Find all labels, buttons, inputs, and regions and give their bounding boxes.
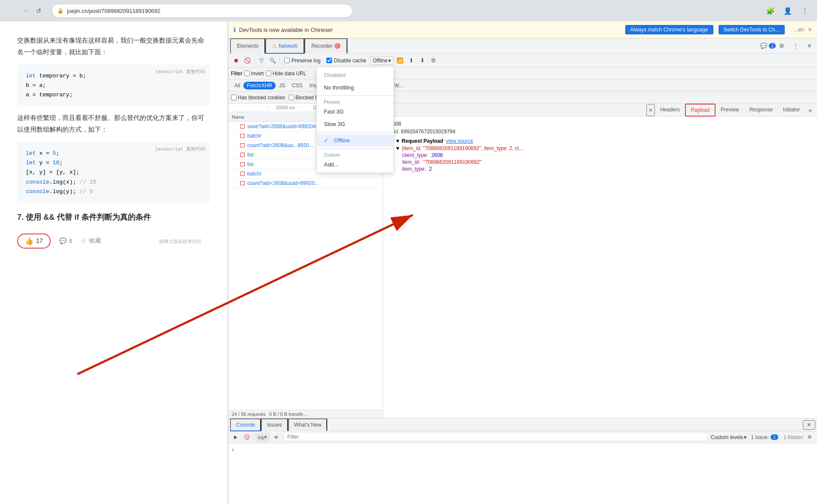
chat-icon-button[interactable]: 💬 1 — [762, 40, 774, 52]
view-source-link[interactable]: view source — [446, 138, 473, 144]
detail-more-button[interactable]: » — [805, 105, 815, 115]
req-indicator — [240, 124, 245, 129]
payload-root-val: {item_id: "7089682091189190692", item_ty… — [402, 145, 523, 151]
console-run-button[interactable]: ▶ — [231, 433, 240, 442]
top-button[interactable]: top ▾ — [255, 433, 270, 442]
detail-tab-initiator[interactable]: Initiator — [778, 104, 805, 117]
req-indicator — [240, 162, 245, 166]
type-filter-fetchxhr[interactable]: Fetch/XHR — [243, 82, 276, 89]
console-tab-whatsnew[interactable]: What's New — [288, 418, 328, 431]
more-devtools-button[interactable]: ⋮ — [789, 40, 802, 52]
back-button[interactable]: ← — [5, 5, 17, 17]
chat-badge: 1 — [769, 43, 776, 49]
req-indicator — [240, 143, 245, 148]
console-block-button[interactable]: 🚫 — [242, 433, 252, 442]
blocked-cookies-filter[interactable]: Has blocked cookies — [231, 95, 285, 101]
tab-network[interactable]: ⚠ Network — [265, 38, 304, 54]
detail-tab-response[interactable]: Response — [744, 104, 778, 117]
item-type-val: 2 — [429, 166, 432, 172]
console-tab-issues[interactable]: Issues — [261, 418, 288, 431]
section-title: ▼ Request Payload — [395, 138, 443, 144]
warn-icon: ⚠ — [272, 43, 277, 49]
throttle-disabled-item[interactable]: Disabled — [317, 69, 393, 81]
record-button[interactable]: ⏺ — [231, 55, 241, 66]
filter-label: Filter — [231, 71, 243, 77]
detail-uuid-val: 6992047672015029794 — [401, 129, 455, 135]
console-settings-button[interactable]: ⚙ — [805, 433, 814, 442]
hide-data-url-label: Hide data URL — [273, 71, 307, 77]
filter-icon-button[interactable]: ▽ — [256, 55, 267, 66]
code-label-1[interactable]: javascript 复制代码 — [155, 68, 205, 76]
notification-close-button[interactable]: × — [808, 26, 812, 34]
browser-frame: ← → ↺ 🔒 juejin.cn/post/70896820911891906… — [0, 0, 817, 504]
console-tab-console[interactable]: Console — [230, 418, 261, 431]
payload-tree: ▼ {item_id: "7089682091189190692", item_… — [388, 145, 812, 172]
forward-button[interactable]: → — [19, 5, 31, 17]
throttle-no-throttling-item[interactable]: No throttling — [317, 81, 393, 94]
invert-checkbox[interactable]: Invert — [244, 71, 264, 77]
throttle-label: Offline — [373, 58, 387, 64]
throttle-dropdown: Offline ▾ Disabled No throttling Presets… — [370, 56, 394, 65]
detail-tabs: × Headers Payload Preview Response Initi… — [383, 104, 817, 117]
clear-button[interactable]: 🚫 — [242, 55, 252, 66]
code-label-2[interactable]: javascript 复制代码 — [155, 145, 205, 154]
throttle-fast3g-item[interactable]: Fast 3G — [317, 105, 393, 118]
watermark: @稀土掘金技术社区 — [9, 238, 202, 245]
request-item[interactable]: count?aid=2608&uuid=69920... — [228, 178, 383, 188]
custom-levels-label: Custom levels — [711, 434, 743, 440]
close-devtools-button[interactable]: ✕ — [803, 40, 815, 52]
type-filter-css[interactable]: CSS — [289, 82, 306, 89]
download-button[interactable]: ⬇ — [417, 55, 427, 66]
article-text-2: 这样有些繁琐，而且看着不舒服。那么替代的优化方案来了，你可以使用数组解构的方式，… — [17, 112, 210, 135]
invert-label: Invert — [251, 71, 264, 77]
tab-recorder[interactable]: Recorder 🎯 — [304, 38, 347, 54]
console-filter-input[interactable] — [285, 433, 706, 441]
toolbar-separator-1 — [254, 57, 255, 64]
network-toolbar: ⏺ 🚫 ▽ 🔍 Preserve log Disable cache Offli… — [228, 54, 817, 68]
address-bar[interactable]: 🔒 juejin.cn/post/7089682091189190692 — [52, 4, 353, 18]
tab-elements[interactable]: Elements — [230, 38, 265, 54]
import-button[interactable]: 📶 — [395, 55, 405, 66]
extensions-icon[interactable]: 🧩 — [764, 4, 777, 18]
throttle-add-item[interactable]: Add... — [317, 158, 393, 171]
console-prompt: › — [232, 445, 814, 454]
transferred-size: 0 B / 0 B transfe... — [269, 412, 307, 417]
throttle-button[interactable]: Offline ▾ — [370, 56, 394, 65]
eye-button[interactable]: 👁 — [271, 433, 281, 442]
switch-devtools-button[interactable]: Switch DevTools to Ch... — [719, 25, 785, 34]
payload-section[interactable]: ▼ ▼ Request Payload view source — [388, 135, 812, 145]
settings2-button[interactable]: ⚙ — [428, 55, 439, 66]
req-indicator — [240, 153, 245, 157]
payload-root: ▼ {item_id: "7089682091189190692", item_… — [395, 145, 812, 152]
offline-label: Offline — [334, 137, 350, 144]
more-menu-button[interactable]: ⋮ — [798, 4, 812, 18]
throttle-slow3g-item[interactable]: Slow 3G — [317, 118, 393, 130]
detail-tab-headers[interactable]: Headers — [655, 104, 685, 117]
info-icon: ℹ — [233, 26, 236, 33]
code-block-2: javascript 复制代码 let x = 5; let y = 10; [… — [17, 142, 210, 203]
settings-icon-button[interactable]: ⚙ — [776, 40, 788, 52]
hide-data-url-checkbox[interactable]: Hide data URL — [266, 71, 307, 77]
throttle-offline-item[interactable]: ✓ Offline — [317, 134, 393, 147]
type-filter-all[interactable]: All — [231, 82, 243, 89]
request-list-footer: 24 / 56 requests 0 B / 0 B transfe... — [228, 410, 383, 418]
match-language-button[interactable]: Always match Chrome's language — [625, 25, 713, 34]
preserve-log-checkbox[interactable]: Preserve log — [282, 58, 323, 64]
upload-button[interactable]: ⬆ — [406, 55, 416, 66]
profile-icon[interactable]: 👤 — [781, 4, 795, 18]
console-close-button[interactable]: × — [803, 420, 815, 430]
lock-icon: 🔒 — [57, 8, 64, 14]
code-line: b = a; — [26, 81, 202, 90]
disable-cache-label: Disable cache — [334, 58, 366, 64]
detail-tab-payload[interactable]: Payload — [685, 104, 716, 117]
detail-aid-row: ...608 — [388, 120, 812, 128]
custom-levels-button[interactable]: Custom levels ▾ — [708, 433, 749, 441]
detail-close-button[interactable]: × — [646, 104, 655, 116]
notification-text: DevTools is now available in Chinese! — [239, 27, 622, 33]
search-icon-button[interactable]: 🔍 — [267, 55, 278, 66]
reload-button[interactable]: ↺ — [33, 5, 45, 17]
item-id-val: "7089682091189190692" — [423, 159, 481, 165]
detail-tab-preview[interactable]: Preview — [716, 104, 744, 117]
disable-cache-checkbox[interactable]: Disable cache — [324, 58, 369, 64]
type-filter-js[interactable]: JS — [276, 82, 289, 89]
